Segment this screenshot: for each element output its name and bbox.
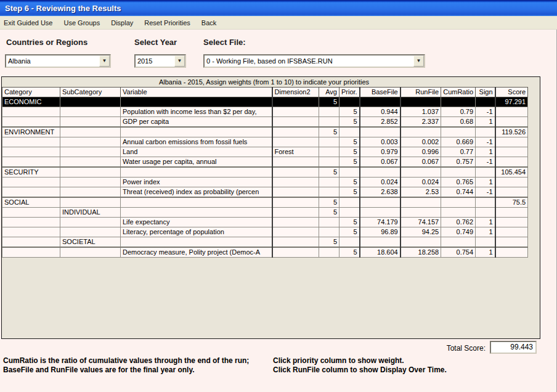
grid-cell-cumratio[interactable]: 0.762	[441, 218, 476, 227]
grid-cell-basefile[interactable]: 2.638	[360, 187, 400, 198]
grid-cell-category[interactable]	[2, 107, 60, 117]
table-row[interactable]: Population with income less than $2 per …	[2, 107, 528, 117]
table-row[interactable]: Annual carbon emissions from fossil fuel…	[2, 137, 528, 147]
grid-cell-runfile[interactable]: 74.157	[400, 218, 441, 227]
grid-cell-variable[interactable]	[121, 97, 272, 107]
grid-cell-subcategory[interactable]	[60, 227, 121, 237]
grid-cell-sign[interactable]: 1	[476, 247, 495, 258]
grid-cell-cumratio[interactable]: 0.765	[441, 178, 476, 187]
grid-cell-variable[interactable]: Literacy, percentage of population	[121, 227, 272, 237]
table-row[interactable]: INDIVIDUAL5	[2, 208, 528, 218]
grid-cell-prior[interactable]	[339, 208, 360, 218]
grid-cell-score[interactable]	[495, 178, 528, 187]
grid-cell-avg[interactable]: 5	[319, 167, 339, 178]
grid-cell-score[interactable]	[495, 157, 528, 168]
grid-cell-subcategory[interactable]	[60, 137, 121, 147]
grid-cell-sign[interactable]: 1	[476, 147, 495, 157]
grid-cell-category[interactable]	[2, 187, 60, 198]
table-row[interactable]: ENVIRONMENT5119.526	[2, 127, 528, 137]
grid-cell-category[interactable]	[2, 247, 60, 258]
grid-cell-prior[interactable]	[339, 97, 360, 107]
grid-cell-runfile[interactable]: 2.53	[400, 187, 441, 198]
grid-cell-variable[interactable]: Life expectancy	[121, 218, 272, 227]
grid-cell-subcategory[interactable]	[60, 167, 121, 178]
table-row[interactable]: SOCIETAL5	[2, 237, 528, 248]
grid-cell-score[interactable]	[495, 187, 528, 198]
menu-item-exit-guided-use[interactable]: Exit Guided Use	[0, 19, 58, 27]
grid-cell-avg[interactable]	[319, 147, 339, 157]
grid-cell-score[interactable]	[495, 147, 528, 157]
grid-cell-avg[interactable]	[319, 227, 339, 237]
grid-cell-category[interactable]: SECURITY	[2, 167, 60, 178]
grid-cell-runfile[interactable]: 0.002	[400, 137, 441, 147]
grid-cell-avg[interactable]: 5	[319, 208, 339, 218]
column-header-cumratio[interactable]: CumRatio	[441, 88, 476, 97]
table-row[interactable]: SOCIAL575.5	[2, 197, 528, 208]
grid-cell-runfile[interactable]: 18.258	[400, 247, 441, 258]
grid-cell-runfile[interactable]: 0.067	[400, 157, 441, 168]
grid-cell-cumratio[interactable]: 0.757	[441, 157, 476, 168]
grid-cell-category[interactable]	[2, 218, 60, 227]
grid-cell-subcategory[interactable]	[60, 187, 121, 198]
grid-cell-dimension2[interactable]	[272, 218, 319, 227]
grid-cell-runfile[interactable]: 1.037	[400, 107, 441, 117]
column-header-sign[interactable]: Sign	[476, 88, 495, 97]
grid-cell-variable[interactable]	[121, 127, 272, 137]
table-row[interactable]: GDP per capita52.8522.3370.681	[2, 117, 528, 128]
grid-cell-prior[interactable]: 5	[339, 147, 360, 157]
grid-cell-prior[interactable]	[339, 237, 360, 248]
table-row[interactable]: Literacy, percentage of population596.89…	[2, 227, 528, 237]
grid-cell-prior[interactable]: 5	[339, 187, 360, 198]
results-grid[interactable]: CategorySubCategoryVariableDimension2Avg…	[2, 87, 528, 258]
grid-cell-basefile[interactable]	[360, 197, 400, 208]
menu-item-back[interactable]: Back	[196, 19, 222, 27]
column-header-subcategory[interactable]: SubCategory	[60, 88, 121, 97]
file-select[interactable]: 0 - Working File, based on IFSBASE.RUN ▼	[203, 54, 425, 68]
grid-cell-dimension2[interactable]	[272, 178, 319, 187]
grid-cell-category[interactable]: ECONOMIC	[2, 97, 60, 107]
grid-cell-cumratio[interactable]: 0.669	[441, 137, 476, 147]
grid-cell-sign[interactable]	[476, 167, 495, 178]
table-row[interactable]: SECURITY5105.454	[2, 167, 528, 178]
menu-item-reset-priorities[interactable]: Reset Priorities	[139, 19, 196, 27]
grid-cell-category[interactable]	[2, 178, 60, 187]
grid-cell-cumratio[interactable]: 0.754	[441, 247, 476, 258]
table-row[interactable]: Democracy measure, Polity project (Democ…	[2, 247, 528, 258]
grid-cell-cumratio[interactable]	[441, 237, 476, 248]
grid-cell-variable[interactable]	[121, 208, 272, 218]
column-header-dimension2[interactable]: Dimension2	[272, 88, 319, 97]
grid-cell-score[interactable]	[495, 227, 528, 237]
table-row[interactable]: ECONOMIC597.291	[2, 97, 528, 107]
grid-cell-variable[interactable]: Threat (received) index as probability (…	[121, 187, 272, 198]
grid-cell-variable[interactable]	[121, 197, 272, 208]
grid-cell-avg[interactable]: 5	[319, 197, 339, 208]
grid-cell-variable[interactable]: Water usage per capita, annual	[121, 157, 272, 168]
grid-cell-score[interactable]	[495, 208, 528, 218]
grid-cell-dimension2[interactable]	[272, 127, 319, 137]
grid-cell-sign[interactable]: -1	[476, 137, 495, 147]
grid-cell-prior[interactable]: 5	[339, 178, 360, 187]
chevron-down-icon[interactable]: ▼	[174, 55, 185, 67]
grid-cell-cumratio[interactable]	[441, 167, 476, 178]
grid-cell-sign[interactable]	[476, 127, 495, 137]
grid-cell-sign[interactable]: -1	[476, 187, 495, 198]
grid-cell-subcategory[interactable]	[60, 117, 121, 128]
grid-cell-basefile[interactable]: 0.944	[360, 107, 400, 117]
column-header-prior[interactable]: Prior.	[339, 88, 360, 97]
grid-cell-basefile[interactable]: 74.179	[360, 218, 400, 227]
grid-cell-score[interactable]: 105.454	[495, 167, 528, 178]
grid-cell-cumratio[interactable]: 0.68	[441, 117, 476, 128]
grid-cell-subcategory[interactable]	[60, 107, 121, 117]
grid-cell-prior[interactable]: 5	[339, 137, 360, 147]
column-header-avg[interactable]: Avg	[319, 88, 339, 97]
grid-cell-avg[interactable]	[319, 247, 339, 258]
grid-cell-subcategory[interactable]	[60, 97, 121, 107]
grid-cell-cumratio[interactable]: 0.744	[441, 187, 476, 198]
table-row[interactable]: LandForest50.9790.9960.771	[2, 147, 528, 157]
grid-cell-sign[interactable]: -1	[476, 157, 495, 168]
grid-cell-runfile[interactable]: 94.25	[400, 227, 441, 237]
grid-cell-avg[interactable]	[319, 117, 339, 128]
grid-cell-sign[interactable]: 1	[476, 117, 495, 128]
grid-cell-dimension2[interactable]	[272, 117, 319, 128]
menu-item-use-groups[interactable]: Use Groups	[58, 19, 105, 27]
